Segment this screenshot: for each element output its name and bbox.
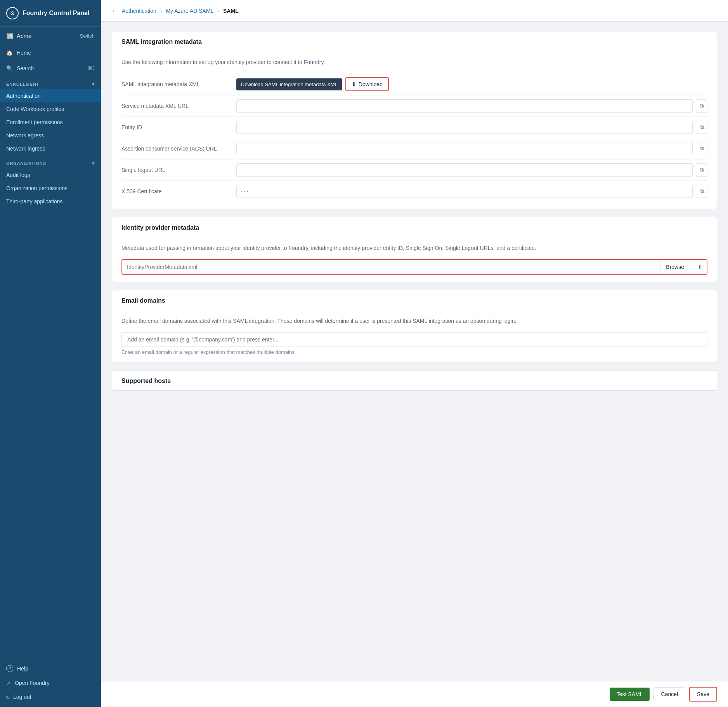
email-domain-hint: Enter an email domain or a regular expre… — [121, 349, 707, 355]
acs-url-input[interactable] — [236, 142, 693, 155]
cancel-button[interactable]: Cancel — [653, 687, 685, 701]
service-metadata-input[interactable] — [236, 99, 693, 113]
sidebar-item-authentication[interactable]: Authentication — [0, 89, 101, 102]
supported-hosts-title: Supported hosts — [121, 378, 707, 385]
logout-url-value: ⧉ — [236, 163, 707, 177]
browse-download-button[interactable]: ⬇ — [693, 260, 707, 274]
saml-metadata-title: SAML integration metadata — [121, 38, 707, 45]
logout-url-copy-button[interactable]: ⧉ — [696, 163, 707, 177]
sidebar-bottom: ? Help ↗ Open Foundry ⎋ Log out — [0, 658, 101, 707]
sidebar-item-network-ingress[interactable]: Network ingress — [0, 142, 101, 155]
saml-xml-row: SAML integration metadata XML Download S… — [121, 73, 707, 95]
breadcrumb-azure-ad[interactable]: My Azure AD SAML — [166, 8, 213, 14]
acs-url-copy-button[interactable]: ⧉ — [696, 142, 707, 155]
browse-button[interactable]: Browse — [660, 260, 690, 274]
acs-url-row: Assertion consumer service (ACS) URL ⧉ — [121, 138, 707, 159]
organizations-section-header: ORGANIZATIONS ▾ — [0, 155, 101, 168]
search-shortcut: ⌘J — [88, 66, 95, 71]
org-row: 🏢 Acme Switch — [0, 27, 101, 45]
breadcrumb-sep-2: › — [217, 8, 219, 14]
logout-url-label: Single logout URL — [121, 167, 230, 173]
x509-copy-button[interactable]: ⧉ — [696, 185, 707, 198]
test-saml-button[interactable]: Test SAML — [610, 688, 650, 701]
enrollment-chevron-icon: ▾ — [92, 81, 95, 87]
supported-hosts-card-header: Supported hosts — [112, 371, 717, 390]
sidebar-item-home[interactable]: 🏠 Home — [0, 45, 101, 61]
organizations-chevron-icon: ▾ — [92, 161, 95, 166]
copy-icon-2: ⧉ — [700, 124, 704, 130]
logout-url-row: Single logout URL ⧉ — [121, 159, 707, 181]
service-metadata-url-row: Service metadata XML URL ⧉ — [121, 95, 707, 117]
saml-metadata-description: Use the following information to set up … — [121, 58, 707, 66]
sidebar-item-code-workbook-profiles[interactable]: Code Workbook profiles — [0, 102, 101, 116]
app-logo: ⊙ — [6, 7, 19, 19]
enrollment-section-header: ENROLLMENT ▾ — [0, 76, 101, 89]
email-domains-card-header: Email domains — [112, 290, 717, 310]
download-tooltip: Download SAML integration metadata XML — [236, 78, 342, 90]
open-foundry-icon: ↗ — [6, 680, 11, 686]
email-domains-title: Email domains — [121, 297, 707, 304]
identity-provider-file-input[interactable] — [122, 261, 657, 273]
entity-id-input[interactable] — [236, 121, 693, 134]
org-name: 🏢 Acme — [6, 32, 31, 39]
sidebar: ⊙ Foundry Control Panel 🏢 Acme Switch 🏠 … — [0, 0, 101, 707]
copy-icon-5: ⧉ — [700, 188, 704, 194]
identity-provider-card-header: Identity provider metadata — [112, 217, 717, 237]
app-title: Foundry Control Panel — [23, 9, 89, 17]
content-area: SAML integration metadata Use the follow… — [101, 22, 728, 707]
sidebar-header: ⊙ Foundry Control Panel — [0, 0, 101, 27]
save-button[interactable]: Save — [689, 687, 717, 702]
supported-hosts-card: Supported hosts — [112, 370, 717, 391]
service-metadata-label: Service metadata XML URL — [121, 103, 230, 109]
browse-download-icon: ⬇ — [698, 264, 702, 270]
x509-input[interactable] — [236, 185, 693, 198]
breadcrumb-authentication[interactable]: Authentication — [122, 8, 156, 14]
service-metadata-value: ⧉ — [236, 99, 707, 113]
sidebar-item-third-party-applications[interactable]: Third-party applications — [0, 195, 101, 208]
breadcrumb: ← Authentication › My Azure AD SAML › SA… — [101, 0, 728, 22]
identity-provider-description: Metadata used for passing information ab… — [121, 244, 707, 252]
entity-id-value: ⧉ — [236, 121, 707, 134]
entity-id-copy-button[interactable]: ⧉ — [696, 121, 707, 134]
sidebar-item-open-foundry[interactable]: ↗ Open Foundry — [0, 676, 101, 690]
entity-id-row: Entity ID ⧉ — [121, 117, 707, 138]
email-domains-card-body: Define the email domains associated with… — [112, 310, 717, 362]
download-button[interactable]: ⬇ Download — [345, 77, 389, 91]
x509-value: ⧉ — [236, 185, 707, 198]
download-icon: ⬇ — [352, 81, 356, 87]
search-icon: 🔍 — [6, 65, 13, 71]
main-area: ← Authentication › My Azure AD SAML › SA… — [101, 0, 728, 707]
saml-xml-label: SAML integration metadata XML — [121, 81, 230, 87]
org-switch-button[interactable]: Switch — [80, 33, 95, 39]
copy-icon: ⧉ — [700, 103, 704, 109]
home-icon: 🏠 — [6, 50, 13, 56]
saml-xml-value: Download SAML integration metadata XML ⬇… — [236, 77, 707, 91]
saml-metadata-card-header: SAML integration metadata — [112, 31, 717, 51]
identity-provider-title: Identity provider metadata — [121, 224, 707, 231]
logout-url-input[interactable] — [236, 163, 693, 177]
browse-row: Browse ⬇ — [121, 259, 707, 275]
saml-metadata-card-body: Use the following information to set up … — [112, 51, 717, 209]
identity-provider-card: Identity provider metadata Metadata used… — [112, 217, 717, 282]
acs-url-label: Assertion consumer service (ACS) URL — [121, 146, 230, 152]
sidebar-item-enrollment-permissions[interactable]: Enrollment permissions — [0, 116, 101, 129]
log-out-icon: ⎋ — [6, 694, 9, 700]
acs-url-value: ⧉ — [236, 142, 707, 155]
email-domain-input[interactable] — [121, 332, 707, 347]
sidebar-item-help[interactable]: ? Help — [0, 661, 101, 676]
x509-label: X.509 Certificate — [121, 188, 230, 194]
service-metadata-copy-button[interactable]: ⧉ — [696, 99, 707, 113]
email-domains-description: Define the email domains associated with… — [121, 317, 707, 325]
back-button[interactable]: ← — [112, 7, 118, 14]
email-domains-card: Email domains Define the email domains a… — [112, 290, 717, 362]
org-icon: 🏢 — [6, 32, 14, 39]
sidebar-item-network-egress[interactable]: Network egress — [0, 129, 101, 142]
breadcrumb-sep-1: › — [160, 8, 162, 14]
breadcrumb-current: SAML — [223, 8, 239, 14]
sidebar-item-search[interactable]: 🔍 Search ⌘J — [0, 61, 101, 76]
sidebar-item-organization-permissions[interactable]: Organization permissions — [0, 182, 101, 195]
bottom-bar: Test SAML Cancel Save — [101, 681, 728, 707]
sidebar-item-audit-logs[interactable]: Audit logs — [0, 168, 101, 182]
copy-icon-4: ⧉ — [700, 167, 704, 173]
sidebar-item-log-out[interactable]: ⎋ Log out — [0, 690, 101, 704]
